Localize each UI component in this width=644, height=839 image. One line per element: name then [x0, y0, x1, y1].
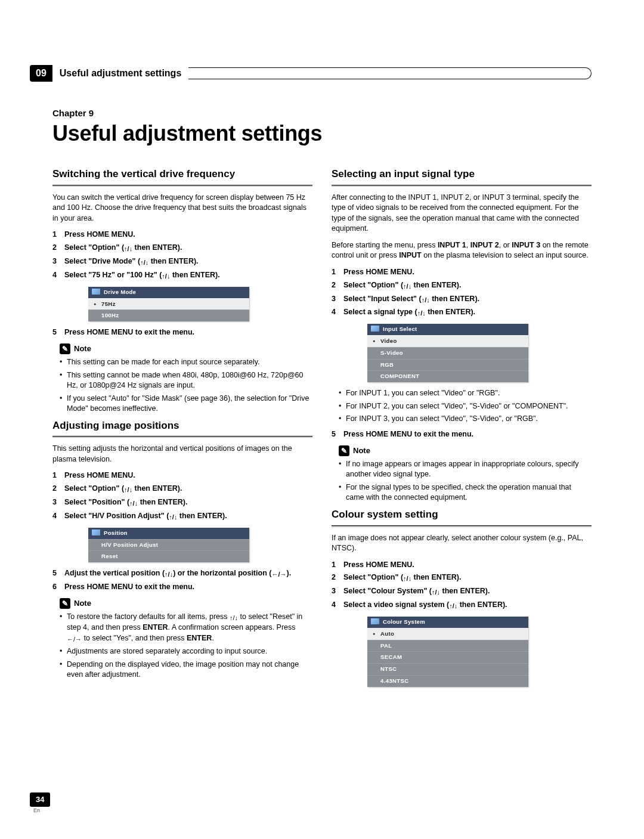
menu-row: Reset — [88, 550, 249, 562]
colour-system-menu: Colour SystemAutoPALSECAMNTSC4.43NTSC — [367, 617, 528, 687]
step-item: Press HOME MENU. — [332, 267, 592, 277]
section-intro-2: Before starting the menu, press INPUT 1,… — [332, 240, 592, 261]
menu-row: 100Hz — [88, 309, 249, 321]
step-item: Adjust the vertical position (↑/↓) or th… — [52, 568, 312, 579]
position-steps: Press HOME MENU.Select "Option" (↑/↓ the… — [52, 470, 312, 521]
section-title-colour: Colour system setting — [332, 508, 592, 522]
chapter-pretitle: Chapter 9 — [52, 107, 592, 119]
chapter-number-badge: 09 — [30, 65, 52, 82]
bullet-item: This setting can be made for each input … — [60, 357, 312, 368]
up-down-icon: ↑/↓ — [432, 588, 440, 597]
up-down-icon: ↑/↓ — [140, 258, 148, 267]
chapter-bar-title: Useful adjustment settings — [52, 66, 188, 81]
input-bullets: For INPUT 1, you can select "Video" or "… — [332, 388, 592, 425]
up-down-icon: ↑/↓ — [449, 602, 457, 611]
input-steps-2: Press HOME MENU to exit the menu. — [332, 429, 592, 439]
bullet-item: For INPUT 1, you can select "Video" or "… — [339, 388, 592, 399]
step-item: Select "H/V Position Adjust" (↑/↓ then E… — [52, 511, 312, 522]
left-right-icon: ←/→ — [271, 570, 286, 579]
bullet-item: For INPUT 3, you can select "Video", "S-… — [339, 414, 592, 425]
menu-row: H/V Position Adjust — [88, 539, 249, 551]
step-item: Select "Option" (↑/↓ then ENTER). — [52, 243, 312, 253]
chapter-bar-rule — [188, 67, 592, 79]
up-down-icon: ↑/↓ — [169, 513, 177, 522]
step-item: Press HOME MENU to exit the menu. — [52, 582, 312, 592]
up-down-icon: ↑/↓ — [417, 309, 426, 318]
menu-row: 75Hz — [88, 298, 249, 310]
up-down-icon: ↑/↓ — [165, 570, 173, 579]
position-notes: To restore the factory defaults for all … — [52, 612, 312, 680]
section-intro: If an image does not appear clearly, sel… — [332, 533, 592, 554]
note-heading: ✎ Note — [60, 343, 312, 354]
menu-row: 4.43NTSC — [367, 675, 528, 687]
chapter-heading: Chapter 9 Useful adjustment settings — [52, 107, 592, 148]
menu-title: Position — [88, 528, 249, 539]
position-menu: PositionH/V Position AdjustReset — [88, 528, 249, 562]
step-item: Press HOME MENU to exit the menu. — [332, 429, 592, 439]
note-icon: ✎ — [60, 343, 70, 354]
step-item: Press HOME MENU. — [332, 560, 592, 570]
bullet-item: For INPUT 2, you can select "Video", "S-… — [339, 401, 592, 412]
step-item: Select "Colour System" (↑/↓ then ENTER). — [332, 586, 592, 597]
section-rule — [332, 185, 592, 187]
bullet-item: Depending on the displayed video, the im… — [60, 660, 312, 680]
content-columns: Switching the vertical drive frequency Y… — [52, 163, 592, 693]
page-number: 34 — [30, 792, 50, 807]
page-title: Useful adjustment settings — [52, 119, 592, 148]
step-item: Press HOME MENU. — [52, 470, 312, 481]
note-label: Note — [353, 445, 370, 456]
input-notes: If no image appears or images appear in … — [332, 459, 592, 503]
bullet-item: Adjustments are stored separately accord… — [60, 646, 312, 657]
up-down-icon: ↑/↓ — [129, 499, 138, 508]
left-column: Switching the vertical drive frequency Y… — [52, 163, 312, 693]
step-item: Select a video signal system (↑/↓ then E… — [332, 600, 592, 611]
section-title-drive: Switching the vertical drive frequency — [52, 168, 312, 181]
step-item: Select a signal type (↑/↓ then ENTER). — [332, 307, 592, 318]
page-footer: 34 En — [30, 792, 50, 814]
step-item: Select "Input Select" (↑/↓ then ENTER). — [332, 294, 592, 305]
section-title-position: Adjusting image positions — [52, 419, 312, 433]
note-icon: ✎ — [339, 445, 349, 456]
menu-row: PAL — [367, 640, 528, 652]
section-rule — [52, 185, 312, 187]
colour-steps: Press HOME MENU.Select "Option" (↑/↓ the… — [332, 560, 592, 611]
up-down-icon: ↑/↓ — [124, 244, 132, 253]
menu-title: Drive Mode — [88, 287, 249, 298]
menu-title: Colour System — [367, 617, 528, 628]
note-heading: ✎ Note — [60, 598, 312, 609]
input-select-menu: Input SelectVideoS-VideoRGBCOMPONENT — [367, 324, 528, 382]
section-intro: This setting adjusts the horizontal and … — [52, 444, 312, 465]
up-down-icon: ↑/↓ — [162, 272, 170, 281]
note-label: Note — [74, 343, 91, 354]
note-label: Note — [74, 598, 91, 609]
section-rule — [332, 525, 592, 527]
bullet-item: If no image appears or images appear in … — [339, 459, 592, 480]
step-item: Select "75 Hz" or "100 Hz" (↑/↓ then ENT… — [52, 270, 312, 281]
step-item: Select "Option" (↑/↓ then ENTER). — [332, 572, 592, 583]
section-rule — [52, 436, 312, 438]
chapter-bar: 09 Useful adjustment settings — [30, 66, 592, 81]
menu-row: Auto — [367, 628, 528, 640]
menu-row: COMPONENT — [367, 370, 528, 382]
bullet-item: For the signal types to be specified, ch… — [339, 482, 592, 503]
menu-row: Video — [367, 335, 528, 347]
up-down-icon: ↑/↓ — [403, 282, 411, 291]
step-item: Select "Option" (↑/↓ then ENTER). — [332, 280, 592, 291]
menu-row: RGB — [367, 359, 528, 371]
up-down-icon: ↑/↓ — [124, 485, 132, 494]
section-title-input: Selecting an input signal type — [332, 168, 592, 181]
position-steps-2: Adjust the vertical position (↑/↓) or th… — [52, 568, 312, 592]
section-intro: After connecting to the INPUT 1, INPUT 2… — [332, 193, 592, 234]
bullet-item: To restore the factory defaults for all … — [60, 612, 312, 644]
drive-steps-2: Press HOME MENU to exit the menu. — [52, 327, 312, 338]
bullet-item: If you select "Auto" for "Side Mask" (se… — [60, 394, 312, 414]
step-item: Select "Option" (↑/↓ then ENTER). — [52, 484, 312, 494]
menu-row: SECAM — [367, 651, 528, 663]
up-down-icon: ↑/↓ — [422, 296, 430, 305]
bullet-item: This setting cannot be made when 480i, 4… — [60, 370, 312, 391]
left-right-icon: ←/→ — [67, 635, 82, 644]
up-down-icon: ↑/↓ — [403, 574, 411, 583]
step-item: Select "Position" (↑/↓ then ENTER). — [52, 497, 312, 508]
right-column: Selecting an input signal type After con… — [332, 163, 592, 693]
step-item: Press HOME MENU. — [52, 230, 312, 240]
